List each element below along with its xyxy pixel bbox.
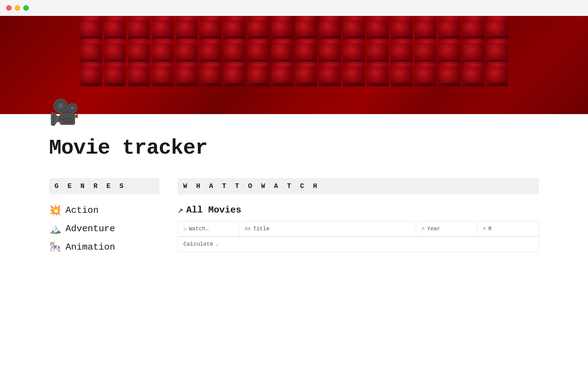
seat [462, 42, 484, 63]
header-rating-label: R [488, 226, 492, 232]
seat [295, 42, 317, 63]
adventure-emoji: 🏔️ [49, 223, 61, 235]
seat [199, 19, 221, 40]
what-to-watch-column: W H A T T O W A T C H ↗ All Movies ☑ Wat… [178, 178, 539, 252]
seat [438, 42, 460, 63]
minimize-button[interactable] [15, 5, 20, 11]
seat [343, 66, 365, 86]
genres-section-header: G E N R E S [49, 178, 159, 194]
seat [128, 19, 150, 40]
checkbox-icon: ☑ [183, 226, 187, 232]
seat [390, 66, 413, 86]
chevron-down-icon: ⌄ [216, 242, 218, 247]
seat [152, 19, 174, 40]
seat [367, 19, 389, 40]
seat [367, 66, 389, 86]
seat [247, 66, 269, 86]
calculate-label: Calculate [183, 241, 213, 247]
page-icon: 🎥 [49, 102, 80, 126]
what-to-watch-section-header: W H A T T O W A T C H [178, 178, 539, 194]
table-header-year[interactable]: ≡ Year [416, 221, 477, 236]
seat [319, 42, 341, 63]
seat [271, 42, 293, 63]
page-content: Movie tracker G E N R E S 💥 Action 🏔️ Ad… [0, 136, 588, 253]
list-icon-rating: ≡ [483, 226, 486, 232]
seat [175, 42, 198, 63]
seat [175, 19, 198, 40]
genre-item-adventure[interactable]: 🏔️ Adventure [49, 223, 159, 235]
genre-label-action: Action [66, 205, 99, 216]
seat [247, 19, 269, 40]
seat [390, 19, 413, 40]
seat [247, 42, 269, 63]
seat [104, 66, 126, 86]
seat [104, 42, 126, 63]
action-emoji: 💥 [49, 204, 61, 217]
seat [438, 19, 460, 40]
seat [319, 66, 341, 86]
seat [80, 19, 102, 40]
seat [390, 42, 413, 63]
seat [80, 66, 102, 86]
seat [152, 42, 174, 63]
seat [462, 66, 484, 86]
genre-label-adventure: Adventure [66, 224, 115, 234]
seat [319, 19, 341, 40]
seat [462, 19, 484, 40]
table-header-title[interactable]: Aa Title [239, 221, 416, 236]
seat [223, 42, 245, 63]
seat [80, 42, 102, 63]
genre-label-animation: Animation [66, 242, 115, 252]
header-title-label: Title [253, 226, 270, 232]
genre-item-animation[interactable]: 🎠 Animation [49, 241, 159, 253]
seat [343, 19, 365, 40]
list-icon-year: ≡ [422, 226, 425, 232]
seat-row [0, 42, 588, 63]
table-header-rating[interactable]: ≡ R [477, 221, 539, 236]
seat [199, 42, 221, 63]
seat [175, 66, 198, 86]
seat [438, 66, 460, 86]
seat [343, 42, 365, 63]
seat [199, 66, 221, 86]
seat [128, 66, 150, 86]
seat [486, 42, 508, 63]
seat [128, 42, 150, 63]
seat-row [0, 19, 588, 40]
all-movies-link[interactable]: ↗ All Movies [178, 204, 539, 216]
animation-emoji: 🎠 [49, 241, 61, 253]
table-header-watched[interactable]: ☑ Watch… [178, 221, 239, 236]
close-button[interactable] [6, 5, 12, 11]
seat [104, 19, 126, 40]
genres-column: G E N R E S 💥 Action 🏔️ Adventure 🎠 Anim… [49, 178, 159, 253]
seat [295, 66, 317, 86]
page-title: Movie tracker [49, 136, 539, 160]
two-col-layout: G E N R E S 💥 Action 🏔️ Adventure 🎠 Anim… [49, 178, 539, 253]
seat [367, 42, 389, 63]
seat [414, 66, 436, 86]
seat [486, 19, 508, 40]
table-footer-calculate[interactable]: Calculate ⌄ [178, 236, 539, 251]
seat [295, 19, 317, 40]
genre-item-action[interactable]: 💥 Action [49, 204, 159, 217]
maximize-button[interactable] [23, 5, 29, 11]
hero-banner [0, 16, 588, 114]
text-icon: Aa [245, 226, 251, 232]
movies-table: ☑ Watch… Aa Title ≡ Year ≡ R [178, 221, 539, 252]
header-year-label: Year [427, 226, 440, 232]
genre-list: 💥 Action 🏔️ Adventure 🎠 Animation [49, 204, 159, 253]
seats-decoration [0, 16, 588, 114]
seat [414, 19, 436, 40]
seat [271, 66, 293, 86]
seat [223, 19, 245, 40]
seat [271, 19, 293, 40]
seat [152, 66, 174, 86]
all-movies-label: All Movies [186, 205, 241, 215]
all-movies-arrow-icon: ↗ [178, 204, 183, 216]
seat [486, 66, 508, 86]
window-chrome [0, 0, 588, 16]
seat-row [0, 66, 588, 86]
table-header-row: ☑ Watch… Aa Title ≡ Year ≡ R [178, 221, 539, 236]
seat [414, 42, 436, 63]
page-icon-area: 🎥 [0, 111, 588, 126]
